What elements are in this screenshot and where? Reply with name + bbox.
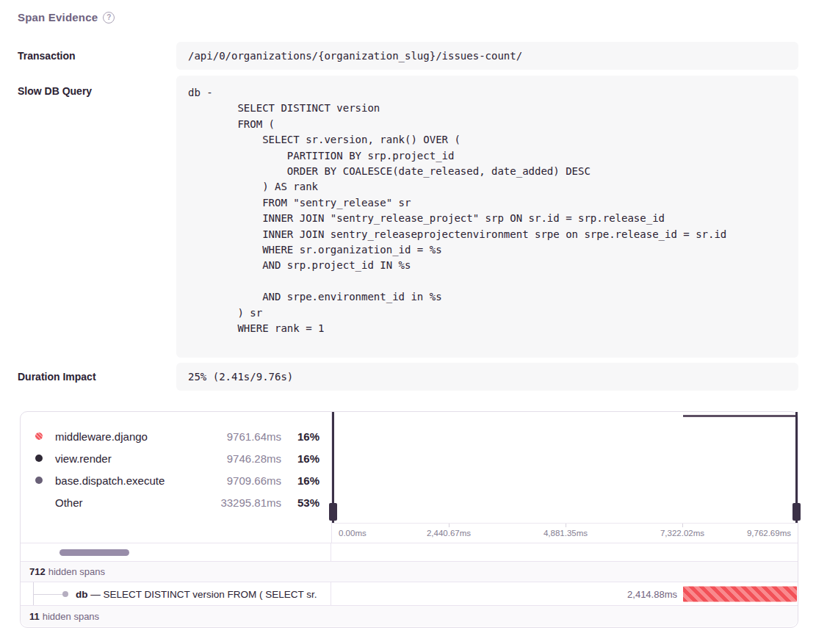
help-icon[interactable]: ? bbox=[103, 12, 115, 23]
duration-impact-row: Duration Impact 25% (2.41s/9.76s) bbox=[18, 363, 798, 391]
focused-span-row[interactable]: db — SELECT DISTINCT version FROM ( SELE… bbox=[21, 582, 798, 605]
minimap-span-bar bbox=[683, 415, 797, 417]
span-description: db — SELECT DISTINCT version FROM ( SELE… bbox=[76, 588, 317, 599]
minimap-left-handle[interactable] bbox=[332, 412, 334, 523]
span-op: db bbox=[76, 588, 88, 599]
span-legend: middleware.django 9761.64ms 16% view.ren… bbox=[21, 412, 331, 543]
help-glyph: ? bbox=[106, 13, 111, 21]
legend-duration: 9709.66ms bbox=[199, 474, 281, 487]
axis-tick-mark bbox=[449, 524, 449, 527]
focused-span-bar-cell: 2,414.88ms bbox=[331, 582, 798, 605]
axis-label: 0.00ms bbox=[339, 529, 367, 538]
span-tree-panel: middleware.django 9761.64ms 16% view.ren… bbox=[20, 411, 798, 628]
hidden-spans-label: hidden spans bbox=[48, 566, 105, 577]
legend-percent: 53% bbox=[281, 496, 319, 509]
tree-scroll-row bbox=[21, 543, 798, 561]
legend-dot-icon bbox=[35, 455, 43, 462]
span-query-text: SELECT DISTINCT version FROM ( SELECT sr… bbox=[104, 588, 317, 599]
span-separator: — bbox=[90, 588, 101, 599]
axis-label: 2,440.67ms bbox=[427, 529, 471, 538]
slow-db-query-label: Slow DB Query bbox=[18, 76, 176, 358]
legend-op: middleware.django bbox=[55, 430, 199, 443]
minimap-right-handle[interactable] bbox=[795, 412, 798, 523]
transaction-value: /api/0/organizations/{organization_slug}… bbox=[176, 42, 798, 70]
span-tree-top: middleware.django 9761.64ms 16% view.ren… bbox=[21, 412, 798, 543]
axis-label: 4,881.35ms bbox=[544, 529, 588, 538]
legend-row-other[interactable]: Other 33295.81ms 53% bbox=[35, 491, 319, 513]
sql-code: db - SELECT DISTINCT version FROM ( SELE… bbox=[188, 85, 787, 337]
duration-impact-value: 25% (2.41s/9.76s) bbox=[176, 363, 798, 391]
slow-db-query-row: Slow DB Query db - SELECT DISTINCT versi… bbox=[18, 76, 798, 358]
legend-row-view-render[interactable]: view.render 9746.28ms 16% bbox=[35, 447, 319, 469]
legend-duration: 9746.28ms bbox=[199, 452, 281, 465]
axis-tick-mark bbox=[566, 524, 566, 527]
legend-op: Other bbox=[55, 496, 199, 509]
minimap-column: 0.00ms 2,440.67ms 4,881.35ms 7,322.02ms … bbox=[331, 412, 798, 543]
legend-percent: 16% bbox=[281, 430, 319, 443]
legend-duration: 33295.81ms bbox=[199, 496, 281, 509]
span-duration-bar-hatched[interactable] bbox=[683, 586, 797, 601]
hidden-spans-count: 11 bbox=[29, 611, 40, 622]
span-evidence-section: Span Evidence ? Transaction /api/0/organ… bbox=[0, 0, 816, 644]
focused-span-description-cell: db — SELECT DISTINCT version FROM ( SELE… bbox=[21, 582, 331, 605]
legend-duration: 9761.64ms bbox=[199, 430, 281, 443]
duration-impact-label: Duration Impact bbox=[18, 371, 176, 383]
legend-row-middleware-django[interactable]: middleware.django 9761.64ms 16% bbox=[35, 425, 319, 447]
section-header: Span Evidence ? bbox=[18, 11, 115, 23]
span-duration: 2,414.88ms bbox=[627, 588, 677, 599]
tree-connector-dot-icon bbox=[62, 591, 68, 597]
legend-dot-icon bbox=[35, 477, 43, 484]
axis-tick-mark bbox=[682, 524, 683, 527]
legend-op: view.render bbox=[55, 452, 199, 465]
axis-label: 7,322.02ms bbox=[660, 529, 704, 538]
legend-dot-hatched-icon bbox=[35, 433, 43, 440]
hidden-spans-count: 712 bbox=[29, 566, 46, 577]
axis-label: 9,762.69ms bbox=[747, 529, 791, 538]
hidden-spans-above-row[interactable]: 712 hidden spans bbox=[21, 561, 798, 582]
section-title: Span Evidence bbox=[18, 11, 98, 23]
time-axis: 0.00ms 2,440.67ms 4,881.35ms 7,322.02ms … bbox=[332, 524, 798, 542]
transaction-label: Transaction bbox=[18, 50, 176, 62]
tree-connector-hline bbox=[33, 594, 65, 595]
legend-percent: 16% bbox=[281, 452, 319, 465]
hidden-spans-below-row[interactable]: 11 hidden spans bbox=[21, 605, 798, 626]
hidden-spans-label: hidden spans bbox=[43, 611, 99, 622]
minimap-right-grip[interactable] bbox=[792, 503, 801, 521]
legend-op: base.dispatch.execute bbox=[55, 474, 199, 487]
slow-db-query-value: db - SELECT DISTINCT version FROM ( SELE… bbox=[176, 76, 798, 358]
transaction-row: Transaction /api/0/organizations/{organi… bbox=[18, 42, 798, 70]
span-minimap[interactable] bbox=[332, 412, 798, 524]
horizontal-scrollbar-thumb[interactable] bbox=[59, 549, 129, 556]
tree-scroll-track bbox=[21, 543, 331, 561]
minimap-left-grip[interactable] bbox=[329, 503, 337, 521]
legend-percent: 16% bbox=[281, 474, 319, 487]
legend-row-base-dispatch-execute[interactable]: base.dispatch.execute 9709.66ms 16% bbox=[35, 469, 319, 491]
